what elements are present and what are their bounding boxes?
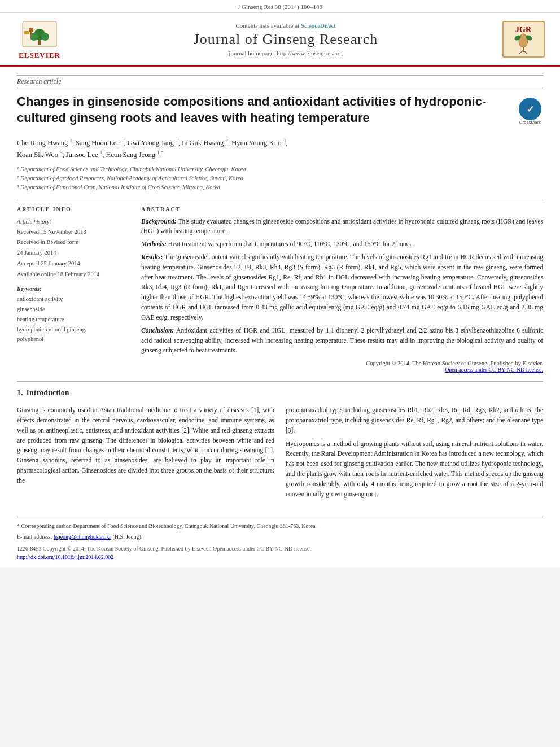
intro-para-2: protopanaxadiol type, including ginsenos… <box>286 405 543 435</box>
email-note: E-mail address: hsjeong@chungbuk.ac.kr (… <box>17 532 543 541</box>
received-date: Received 15 November 2013 <box>17 227 130 238</box>
cc-license: Open access under CC BY-NC-ND license. <box>141 366 543 373</box>
email-label: E-mail address: <box>17 534 52 540</box>
results-label: Results: <box>141 254 163 260</box>
svg-point-4 <box>41 33 49 41</box>
article-history: Article history: Received 15 November 20… <box>17 217 130 280</box>
corresponding-note-text: * Corresponding author. Department of Fo… <box>17 523 317 529</box>
svg-rect-7 <box>24 31 29 34</box>
keywords-list: antioxidant activity ginsenoside heating… <box>17 294 130 344</box>
authors: Cho Rong Hwang 1, Sang Hoon Lee 1, Gwi Y… <box>17 137 543 160</box>
elsevier-text: ELSEVIER <box>19 51 60 60</box>
author-hwang: Cho Rong Hwang 1 <box>17 139 72 147</box>
page: J Ginseng Res 38 (2014) 180–186 <box>0 0 560 567</box>
crossmark-container: ✓ CrossMark <box>518 97 543 130</box>
corresponding-note: * Corresponding author. Department of Fo… <box>17 522 543 530</box>
affiliation-2: ² Department of Agrofood Resources, Nati… <box>17 174 543 183</box>
available-date: Available online 18 February 2014 <box>17 269 130 280</box>
introduction-section: 1. Introduction Ginseng is commonly used… <box>17 381 543 503</box>
intro-col-2: protopanaxadiol type, including ginsenos… <box>286 405 543 503</box>
background-label: Background: <box>141 218 177 225</box>
intro-col-1: Ginseng is commonly used in Asian tradit… <box>17 405 274 503</box>
elsevier-logo: ELSEVIER <box>19 19 60 60</box>
intro-two-col: Ginseng is commonly used in Asian tradit… <box>17 405 543 503</box>
methods-label: Methods: <box>141 241 167 247</box>
intro-section-title: Introduction <box>27 388 69 397</box>
cc-license-link[interactable]: Open access under CC BY-NC-ND license. <box>445 366 543 373</box>
journal-homepage: journal homepage: http://www.ginsengres.… <box>73 50 498 56</box>
keywords-section: Keywords: antioxidant activity ginsenosi… <box>17 286 130 344</box>
journal-title: Journal of Ginseng Research <box>73 31 498 48</box>
article-title: Changes in ginsenoside compositions and … <box>17 94 509 126</box>
doi-link[interactable]: http://dx.doi.org/10.1016/j.jgr.2014.02.… <box>17 554 113 560</box>
journal-top-bar: J Ginseng Res 38 (2014) 180–186 <box>0 0 560 13</box>
keyword-2: ginsenoside <box>17 304 130 314</box>
copyright-line: Copyright © 2014, The Korean Society of … <box>141 360 543 366</box>
revised-label: Received in Revised form <box>17 237 130 248</box>
elsevier-logo-container: ELSEVIER <box>6 19 73 60</box>
page-footer: * Corresponding author. Department of Fo… <box>17 517 543 567</box>
svg-text:✓: ✓ <box>527 104 534 114</box>
intro-section-number: 1. <box>17 388 23 397</box>
author-jeong: Heon Sang Jeong 1,* <box>106 151 163 159</box>
author-lee-junsoo: Junsoo Lee 1 <box>66 151 102 159</box>
email-author-note: (H.S. Jeong). <box>112 534 142 540</box>
keyword-5: polyphenol <box>17 334 130 344</box>
accepted-date: Accepted 25 January 2014 <box>17 259 130 269</box>
affiliations: ¹ Department of Food Science and Technol… <box>17 165 543 191</box>
author-kim: Hyun Young Kim 3 <box>231 139 286 147</box>
affiliation-1: ¹ Department of Food Science and Technol… <box>17 165 543 174</box>
intro-para-1: Ginseng is commonly used in Asian tradit… <box>17 405 274 486</box>
abstract-header: ABSTRACT <box>141 206 543 212</box>
author-woo: Koan Sik Woo 3 <box>17 151 63 159</box>
crossmark-icon: ✓ CrossMark <box>518 97 543 128</box>
abstract-column: ABSTRACT Background: Background: This st… <box>141 206 543 373</box>
journal-citation: J Ginseng Res 38 (2014) 180–186 <box>238 3 322 10</box>
keywords-label: Keywords: <box>17 286 130 292</box>
abstract-text: Background: Background: This study evalu… <box>141 217 543 356</box>
journal-header-center: Contents lists available at ScienceDirec… <box>73 22 498 56</box>
abstract-conclusion: Conclusion: Antioxidant activities of HG… <box>141 326 543 356</box>
footer-doi: http://dx.doi.org/10.1016/j.jgr.2014.02.… <box>17 553 543 562</box>
svg-text:JGR: JGR <box>515 25 532 34</box>
keyword-4: hydroponic-cultured ginseng <box>17 325 130 335</box>
history-label: Article history: <box>17 217 130 227</box>
sciencedirect-link[interactable]: ScienceDirect <box>301 22 336 29</box>
affiliation-3: ³ Department of Functional Crop, Nationa… <box>17 183 543 192</box>
author-hwang-in: In Guk Hwang 2 <box>182 139 228 147</box>
research-article-label: Research article <box>17 75 543 88</box>
keyword-3: heating temperature <box>17 314 130 325</box>
abstract-background: Background: Background: This study evalu… <box>141 217 543 237</box>
footer-issn: 1226-8453 Copyright © 2014, The Korean S… <box>17 544 543 553</box>
article-info-abstract: ARTICLE INFO Article history: Received 1… <box>17 199 543 373</box>
article-content: Research article Changes in ginsenoside … <box>0 67 560 511</box>
article-info-column: ARTICLE INFO Article history: Received 1… <box>17 206 130 373</box>
svg-text:CrossMark: CrossMark <box>519 120 542 125</box>
abstract-results: Results: The ginsenoside content varied … <box>141 252 543 323</box>
jgr-logo-container: JGR <box>498 21 549 58</box>
sciencedirect-label: Contents lists available at ScienceDirec… <box>73 22 498 29</box>
journal-header: ELSEVIER Contents lists available at Sci… <box>0 13 560 67</box>
conclusion-label: Conclusion: <box>141 327 174 334</box>
intro-para-3: Hydroponics is a method of growing plant… <box>286 439 543 500</box>
issn-text: 1226-8453 Copyright © 2014, The Korean S… <box>17 545 311 552</box>
svg-point-5 <box>29 28 33 32</box>
abstract-methods: Methods: Heat treatment was performed at… <box>141 239 543 250</box>
elsevier-tree-icon <box>20 19 59 50</box>
author-lee-sang: Sang Hoon Lee 1 <box>76 139 124 147</box>
revised-date: 24 January 2014 <box>17 248 130 259</box>
jgr-logo-icon: JGR <box>502 21 545 58</box>
article-info-header: ARTICLE INFO <box>17 206 130 212</box>
email-link[interactable]: hsjeong@chungbuk.ac.kr <box>54 534 111 540</box>
keyword-1: antioxidant activity <box>17 294 130 304</box>
article-title-row: Changes in ginsenoside compositions and … <box>17 94 543 130</box>
author-jang: Gwi Yeong Jang 1 <box>128 139 178 147</box>
